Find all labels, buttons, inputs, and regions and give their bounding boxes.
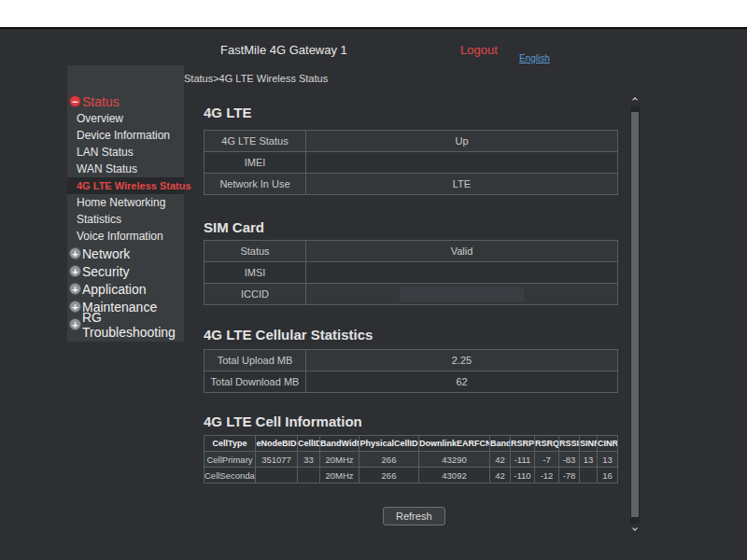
section-title-cellular-statistics: 4G LTE Cellular Statistics xyxy=(204,327,373,343)
column-header: Band xyxy=(490,436,511,452)
table-row: StatusValid xyxy=(204,241,618,262)
sim-card-table: StatusValidIMSIICCID xyxy=(204,240,618,305)
cell-value: 16 xyxy=(598,468,618,483)
plus-circle-icon: + xyxy=(69,301,81,313)
chevron-down-icon xyxy=(632,525,638,531)
sidebar-item-4g-lte-wireless-status[interactable]: 4G LTE Wireless Status xyxy=(67,177,184,194)
row-value xyxy=(306,152,618,174)
cell-value: -111 xyxy=(511,452,535,468)
column-header: CellType xyxy=(204,436,256,452)
section-title-cell-information: 4G LTE Cell Information xyxy=(204,413,362,429)
table-row: IMEI xyxy=(204,152,618,174)
row-value: 2.25 xyxy=(306,350,618,371)
cell-value: 33 xyxy=(298,452,320,468)
browser-margin xyxy=(0,0,747,27)
scrollbar-down-button[interactable] xyxy=(630,524,640,537)
sidebar-item-label: Status xyxy=(82,94,120,109)
sidebar-item-status[interactable]: −Status xyxy=(67,92,184,110)
app-title: FastMile 4G Gateway 1 xyxy=(220,43,347,57)
cell-value: -7 xyxy=(535,452,559,468)
cell-value: 20MHz xyxy=(320,452,359,468)
cell-value: -12 xyxy=(535,468,559,483)
plus-circle-icon: + xyxy=(69,265,81,277)
sidebar-item-wan-status[interactable]: WAN Status xyxy=(67,161,184,177)
logout-link[interactable]: Logout xyxy=(460,43,498,57)
language-link[interactable]: English xyxy=(519,53,550,63)
sidebar-item-label: Application xyxy=(82,282,147,297)
sidebar-item-lan-status[interactable]: LAN Status xyxy=(67,144,184,161)
cell-value: 13 xyxy=(598,452,618,468)
sidebar-item-security[interactable]: +Security xyxy=(67,262,184,280)
scrollbar-thumb[interactable] xyxy=(631,112,639,517)
row-label: 4G LTE Status xyxy=(204,131,306,152)
plus-circle-icon: + xyxy=(69,318,81,330)
cell-value: 42 xyxy=(490,468,511,483)
row-value xyxy=(306,262,618,284)
sim-card-table: StatusValidIMSIICCID xyxy=(204,240,618,305)
column-header: CellID xyxy=(298,436,320,452)
column-header: DownlinkEARFCN xyxy=(419,436,490,452)
cell-value: -78 xyxy=(559,468,580,483)
cell-value: CellSecondary xyxy=(204,468,256,483)
scrollbar[interactable] xyxy=(630,93,640,537)
cell-value xyxy=(256,468,298,483)
cell-value: CellPrimary xyxy=(204,452,256,468)
row-label: IMSI xyxy=(204,262,306,284)
plus-circle-icon: + xyxy=(69,283,81,295)
row-label: Total Upload MB xyxy=(204,350,306,371)
lte-status-table: 4G LTE StatusUpIMEINetwork In UseLTE xyxy=(204,130,618,195)
row-label: Total Download MB xyxy=(204,371,306,393)
section-title-sim-card: SIM Card xyxy=(204,219,264,235)
cell-value: 13 xyxy=(580,452,598,468)
row-label: ICCID xyxy=(204,284,306,305)
column-header: RSSI xyxy=(559,436,580,452)
row-label: Network In Use xyxy=(204,174,306,195)
cell-value: 351077 xyxy=(256,452,298,468)
cell-value: 43290 xyxy=(419,452,490,468)
sidebar-item-overview[interactable]: Overview xyxy=(67,110,184,127)
cell-value: 20MHz xyxy=(320,468,359,483)
cell-value: -110 xyxy=(511,468,535,483)
sidebar-item-rg-troubleshooting[interactable]: +RG Troubleshooting xyxy=(67,315,184,333)
scrollbar-up-button[interactable] xyxy=(630,93,640,106)
sidebar-item-network[interactable]: +Network xyxy=(67,245,184,262)
sidebar: −StatusOverviewDevice InformationLAN Sta… xyxy=(67,65,184,342)
gateway-page: FastMile 4G Gateway 1 Logout English Sta… xyxy=(0,27,747,560)
sidebar-item-application[interactable]: +Application xyxy=(67,280,184,298)
table-row: CellPrimary3510773320MHz2664329042-111-7… xyxy=(204,452,618,468)
sidebar-item-home-networking[interactable]: Home Networking xyxy=(67,194,184,211)
breadcrumb: Status>4G LTE Wireless Status xyxy=(184,73,328,84)
row-label: IMEI xyxy=(204,152,306,174)
lte-status-table: 4G LTE StatusUpIMEINetwork In UseLTE xyxy=(204,130,618,195)
sidebar-item-label: Network xyxy=(82,246,130,261)
minus-circle-icon: − xyxy=(69,95,81,107)
cell-value: 42 xyxy=(490,452,511,468)
sidebar-item-device-information[interactable]: Device Information xyxy=(67,127,184,144)
cell-value: -83 xyxy=(559,452,580,468)
row-value: 62 xyxy=(306,371,618,393)
column-header: PhysicalCellID xyxy=(359,436,419,452)
cellular-statistics-table: Total Upload MB2.25Total Download MB62 xyxy=(204,349,618,393)
cell-value xyxy=(580,468,598,483)
cell-value: 266 xyxy=(359,452,419,468)
column-header: RSRP xyxy=(511,436,535,452)
row-value xyxy=(306,284,618,305)
row-value: LTE xyxy=(306,174,618,195)
table-row: Total Download MB62 xyxy=(204,371,618,393)
sidebar-item-label: Security xyxy=(82,264,130,279)
refresh-button[interactable]: Refresh xyxy=(383,507,445,525)
redacted-value xyxy=(400,287,524,302)
table-row: Network In UseLTE xyxy=(204,174,618,195)
table-row: IMSI xyxy=(204,262,618,284)
section-title-4g-lte: 4G LTE xyxy=(204,105,251,120)
column-header: CINR xyxy=(598,436,618,452)
sidebar-item-label: RG Troubleshooting xyxy=(82,310,184,340)
row-value: Up xyxy=(306,131,618,152)
sidebar-item-statistics[interactable]: Statistics xyxy=(67,211,184,228)
sidebar-item-voice-information[interactable]: Voice Information xyxy=(67,228,184,245)
table-row: 4G LTE StatusUp xyxy=(204,131,618,152)
column-header: SINR xyxy=(580,436,598,452)
cell-table-header-row: CellTypeeNodeBIDCellIDBandWidthPhysicalC… xyxy=(204,436,618,452)
column-header: eNodeBID xyxy=(256,436,298,452)
column-header: RSRQ xyxy=(535,436,559,452)
